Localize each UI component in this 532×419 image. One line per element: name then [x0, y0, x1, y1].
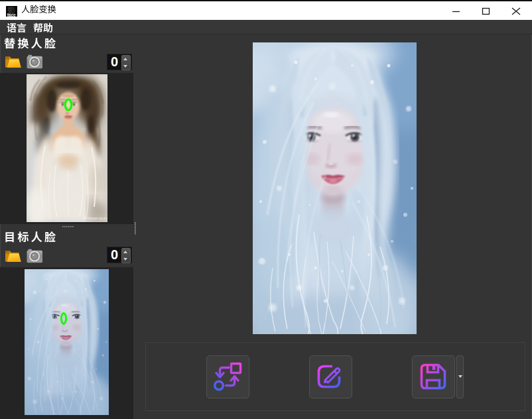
- svg-text:face: face: [7, 12, 16, 17]
